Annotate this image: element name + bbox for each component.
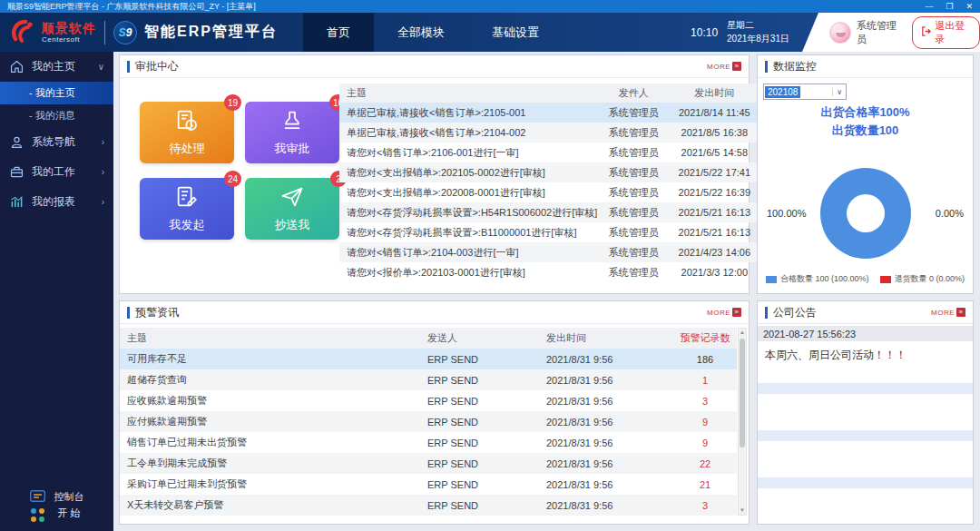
approval-row[interactable]: 请您对<支出报销单>:202105-0002进行[审核] 系统管理员 2021/… <box>339 162 759 182</box>
brand-name-cn: 顺景软件 <box>42 22 96 34</box>
stamp-icon <box>279 108 305 136</box>
alert-row[interactable]: 销售订单已过期未出货预警 ERP SEND 2021/8/31 9:56 9 <box>120 432 737 453</box>
alerts-table: 主题 发送人 发出时间 预警记录数 可用库存不足 ERP SEND 2021/8… <box>120 328 747 516</box>
more-icon: » <box>732 62 741 71</box>
tab-1[interactable]: 全部模块 <box>374 13 468 52</box>
pending-count-badge: 19 <box>224 94 241 111</box>
tile-my-approvals[interactable]: 16 我审批 <box>245 102 339 163</box>
legend-qualified: 合格数量 100 (100.00%) <box>766 273 869 285</box>
console-window-icon <box>30 489 45 506</box>
tile-pending[interactable]: 19 待处理 <box>140 102 234 163</box>
scroll-thumb[interactable] <box>740 339 745 447</box>
tile-initiated-by-me[interactable]: 24 我发起 <box>140 178 234 240</box>
announcement-content: 本周六、周日公司活动！！！ <box>758 341 973 378</box>
announcement-empty-row <box>758 477 973 488</box>
doc-pencil-icon <box>174 184 200 212</box>
chevron-down-icon: ∨ <box>98 62 104 72</box>
report-chart-icon <box>9 194 24 210</box>
approval-row[interactable]: 单据已审核,请接收<销售订单>:2104-002 系统管理员 2021/8/5 … <box>339 123 759 143</box>
monitor-headline-qty: 出货数量100 <box>758 122 973 140</box>
donut-right-label: 0.00% <box>936 208 964 219</box>
sidebar-group-my-home[interactable]: 我的主页 ∨ <box>0 52 113 82</box>
home-icon <box>9 59 24 74</box>
donut-ring <box>820 168 911 259</box>
more-icon: » <box>732 308 741 317</box>
header-spacer <box>563 13 691 52</box>
select-chevron-icon: ∨ <box>832 88 846 96</box>
alerts-table-header: 主题 发送人 发出时间 预警记录数 <box>120 328 737 349</box>
maximize-button[interactable]: ❐ <box>946 2 953 11</box>
alerts-panel: 预警资讯 MORE » 主题 发送人 发出时间 预警记录数 可用库存不足 ERP… <box>119 300 750 525</box>
sidebar-item-my-messages[interactable]: - 我的消息 <box>0 104 113 127</box>
announcements-panel: 公司公告 MORE » 2021-08-27 15:56:23 本周六、周日公司… <box>757 300 974 525</box>
announcements-more-button[interactable]: MORE » <box>931 308 965 317</box>
alert-row[interactable]: 采购订单已过期未到货预警 ERP SEND 2021/8/31 9:56 21 <box>120 474 737 495</box>
scroll-up-icon[interactable]: ▲ <box>739 329 746 337</box>
logout-icon <box>921 26 931 38</box>
console-launcher[interactable]: 控制台 开 始 <box>0 489 113 522</box>
approval-row[interactable]: 请您对<存货浮动耗损率设置>:B11000001进行[审核] 系统管理员 202… <box>339 222 759 242</box>
chevron-right-icon: › <box>102 137 104 147</box>
approval-more-button[interactable]: MORE » <box>707 62 741 71</box>
alerts-more-button[interactable]: MORE » <box>707 308 741 317</box>
alert-row[interactable]: 工令单到期未完成预警 ERP SEND 2021/8/31 9:56 22 <box>120 453 737 474</box>
tab-2[interactable]: 基础设置 <box>468 13 563 52</box>
announcement-date: 2021-08-27 15:56:23 <box>758 326 973 341</box>
brand-name-en: Centersoft <box>42 36 96 44</box>
donut-chart: 100.00% 0.00% <box>758 149 973 278</box>
window-title: 顺景S9智能ERP管理平台 - 广东顺景软件科技有限公司_ZY - [主菜单] <box>7 1 925 13</box>
announcement-empty-row <box>758 383 973 394</box>
paper-plane-icon <box>279 184 305 212</box>
sidebar-item-my-home[interactable]: - 我的主页 <box>0 82 113 104</box>
donut-legend: 合格数量 100 (100.00%) 退货数量 0 (0.00%) <box>758 273 973 285</box>
alert-row[interactable]: X天未转交易客户预警 ERP SEND 2021/8/31 9:56 3 <box>120 495 737 516</box>
approval-row[interactable]: 请您对<存货浮动耗损率设置>:H54R1S006002进行[审核] 系统管理员 … <box>339 202 759 222</box>
pending-doc-clock-icon <box>174 108 200 136</box>
alert-row[interactable]: 应收账款逾期预警 ERP SEND 2021/8/31 9:56 3 <box>120 390 737 411</box>
alerts-panel-title: 预警资讯 <box>135 305 179 320</box>
initiate-count-badge: 24 <box>224 171 241 187</box>
header-clock: 10:10 星期二 2021年8月31日 <box>691 13 789 52</box>
user-area: 系统管理员 退出登录 <box>802 13 980 52</box>
alert-row[interactable]: 超储存货查询 ERP SEND 2021/8/31 9:56 1 <box>120 369 737 390</box>
app-header: 顺景软件 Centersoft S9 智能ERP管理平台 首页全部模块基础设置 … <box>0 13 980 52</box>
legend-swatch-blue <box>766 276 777 283</box>
clock-date: 2021年8月31日 <box>727 33 789 46</box>
legend-returned: 退货数量 0 (0.00%) <box>880 273 965 285</box>
user-name: 系统管理员 <box>857 19 903 46</box>
chevron-right-icon: › <box>102 197 104 207</box>
start-dots-icon <box>31 508 44 522</box>
announcements-panel-title: 公司公告 <box>773 305 817 320</box>
approval-table-header: 主题 发件人 发出时间 <box>339 84 759 103</box>
clock-weekday: 星期二 <box>727 19 789 33</box>
tile-cc-to-me[interactable]: 2 抄送我 <box>245 178 339 240</box>
alert-row[interactable]: 可用库存不足 ERP SEND 2021/8/31 9:56 186 <box>120 349 737 369</box>
minimize-button[interactable]: — <box>925 2 933 11</box>
period-value: 202108 <box>765 86 800 98</box>
approval-tiles: 19 待处理 16 我审批 24 我发起 2 <box>120 78 339 293</box>
scroll-down-icon[interactable]: ▼ <box>739 506 746 515</box>
logout-button[interactable]: 退出登录 <box>912 16 980 49</box>
donut-left-label: 100.00% <box>767 208 806 219</box>
brand-logo: 顺景软件 Centersoft S9 智能ERP管理平台 <box>0 13 278 52</box>
approval-row[interactable]: 请您对<支出报销单>:202008-0001进行[审核] 系统管理员 2021/… <box>339 182 759 202</box>
data-monitor-panel: 数据监控 202108 ∨ 出货合格率100% 出货数量100 100.00% … <box>757 54 974 294</box>
approval-row[interactable]: 请您对<销售订单>:2106-001进行[一审] 系统管理员 2021/6/5 … <box>339 143 759 162</box>
tab-0[interactable]: 首页 <box>303 13 374 52</box>
approval-row[interactable]: 单据已审核,请接收<销售订单>:2105-001 系统管理员 2021/8/14… <box>339 103 759 123</box>
period-select[interactable]: 202108 ∨ <box>763 84 847 100</box>
approval-row[interactable]: 请您对<销售订单>:2104-003进行[一审] 系统管理员 2021/4/23… <box>339 242 759 262</box>
approval-row[interactable]: 请您对<报价单>:202103-0001进行[审核] 系统管理员 2021/3/… <box>339 262 759 282</box>
sidebar-group-my-reports[interactable]: 我的报表 › <box>0 187 113 217</box>
user-avatar[interactable] <box>829 22 851 44</box>
monitor-panel-title: 数据监控 <box>773 59 817 74</box>
sidebar: 我的主页 ∨ - 我的主页 - 我的消息 系统导航 › 我的工作 › 我的报表 … <box>0 52 113 531</box>
product-title: 智能ERP管理平台 <box>144 23 278 42</box>
alert-row[interactable]: 应付账款逾期预警 ERP SEND 2021/8/31 9:56 9 <box>120 411 737 432</box>
close-button[interactable]: ✕ <box>965 2 973 11</box>
approval-panel-title: 审批中心 <box>135 59 179 74</box>
alerts-scrollbar[interactable]: ▲ ▼ <box>738 328 747 516</box>
sidebar-group-system-nav[interactable]: 系统导航 › <box>0 127 113 157</box>
clock-time: 10:10 <box>691 26 718 39</box>
sidebar-group-my-work[interactable]: 我的工作 › <box>0 157 113 187</box>
